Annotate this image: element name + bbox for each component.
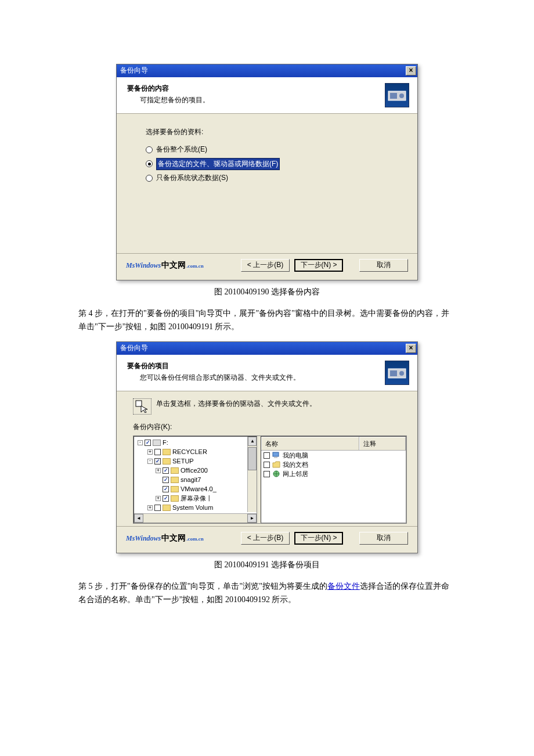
radio-icon [146, 160, 153, 167]
list-header: 名称 注释 [261, 437, 406, 451]
radio-icon [146, 175, 153, 182]
instruction-text: 单击复选框，选择要备份的驱动器、文件夹或文件。 [156, 398, 316, 410]
checkbox-icon[interactable] [163, 486, 169, 492]
checkbox-icon[interactable] [163, 467, 169, 474]
vertical-scrollbar[interactable]: ▲ [247, 437, 257, 512]
paragraph-step-5: 第 5 步，打开"备份保存的位置"向导页，单击"浏览"按钮为将要生成的备份文件选… [78, 579, 456, 606]
watermark-logo: MsWindows中文网.com.cn [126, 258, 204, 272]
scroll-thumb[interactable] [248, 447, 257, 470]
window-title: 备份向导 [120, 65, 406, 77]
folder-icon [163, 458, 171, 465]
header-title: 要备份的内容 [127, 83, 385, 95]
radio-label: 只备份系统状态数据(S) [156, 172, 228, 184]
wizard-body: 单击复选框，选择要备份的驱动器、文件夹或文件。 备份内容(K): - F: [117, 391, 417, 526]
tree-node-drive-f[interactable]: - F: [138, 438, 255, 447]
file-browser: - F: + RECYCLER [133, 435, 407, 524]
wizard-header: 要备份的内容 可指定想备份的项目。 [117, 77, 417, 114]
radio-label: 备份整个系统(E) [156, 144, 207, 156]
tree-node-recycler[interactable]: + RECYCLER [138, 447, 255, 456]
backup-icon [385, 83, 409, 107]
checkbox-icon[interactable] [264, 471, 270, 477]
radio-backup-selected[interactable]: 备份选定的文件、驱动器或网络数据(F) [146, 158, 401, 171]
tree-node-office[interactable]: + Office200 [138, 466, 255, 475]
tree-node-setup[interactable]: - SETUP [138, 456, 255, 466]
wizard-header: 要备份的项目 您可以备份任何组合形式的驱动器、文件夹或文件。 [117, 355, 417, 391]
checkbox-icon[interactable] [163, 495, 169, 502]
radio-label: 备份选定的文件、驱动器或网络数据(F) [156, 158, 280, 171]
documents-icon [272, 461, 280, 468]
checkbox-icon[interactable] [145, 440, 151, 446]
list-item-my-documents[interactable]: 我的文档 [261, 460, 406, 469]
header-subtitle: 您可以备份任何组合形式的驱动器、文件夹或文件。 [127, 372, 385, 384]
next-button[interactable]: 下一步(N) > [294, 532, 343, 545]
expand-icon[interactable]: + [147, 449, 153, 455]
folder-icon [163, 505, 171, 511]
radio-backup-all[interactable]: 备份整个系统(E) [146, 144, 401, 156]
list-item-network-neighborhood[interactable]: 网上邻居 [261, 469, 406, 478]
paragraph-step-4: 第 4 步，在打开的"要备份的项目"向导页中，展开"备份内容"窗格中的目录树。选… [78, 307, 456, 333]
wizard-buttons: MsWindows中文网.com.cn < 上一步(B) 下一步(N) > 取消 [117, 253, 417, 280]
tree-node-snagit[interactable]: snagit7 [138, 475, 255, 484]
tree-pane[interactable]: - F: + RECYCLER [134, 436, 257, 523]
backup-file-link[interactable]: 备份文件 [327, 582, 360, 591]
folder-icon [171, 467, 179, 474]
checkbox-icon[interactable] [154, 505, 161, 511]
checkbox-icon[interactable] [154, 458, 161, 465]
tree-node-sysvol[interactable]: + System Volum [138, 503, 255, 512]
folder-icon [171, 486, 179, 492]
cancel-button[interactable]: 取消 [359, 259, 408, 272]
folder-icon [171, 477, 179, 483]
close-icon[interactable]: × [406, 66, 416, 75]
figure-1: 备份向导 × 要备份的内容 可指定想备份的项目。 选择要备份的资料: 备份整个系… [78, 64, 456, 280]
watermark-logo: MsWindows中文网.com.cn [126, 531, 204, 545]
back-button[interactable]: < 上一步(B) [241, 532, 290, 545]
close-icon[interactable]: × [406, 344, 416, 353]
header-subtitle: 可指定想备份的项目。 [127, 95, 385, 106]
expand-icon[interactable]: + [156, 496, 161, 501]
wizard-body: 选择要备份的资料: 备份整个系统(E) 备份选定的文件、驱动器或网络数据(F) … [117, 114, 417, 253]
next-button[interactable]: 下一步(N) > [294, 259, 343, 272]
radio-backup-system-state[interactable]: 只备份系统状态数据(S) [146, 172, 401, 184]
collapse-icon[interactable]: - [138, 440, 143, 445]
radio-icon [146, 146, 153, 153]
horizontal-scrollbar[interactable]: ◄ ► [134, 513, 257, 523]
dialog-backup-wizard-items: 备份向导 × 要备份的项目 您可以备份任何组合形式的驱动器、文件夹或文件。 单击… [116, 341, 418, 553]
titlebar: 备份向导 × [117, 64, 417, 77]
backup-icon [385, 361, 409, 385]
checkbox-icon[interactable] [163, 477, 169, 483]
checkbox-icon[interactable] [264, 452, 270, 459]
drive-icon [153, 440, 161, 446]
column-name[interactable]: 名称 [261, 437, 359, 450]
svg-rect-8 [274, 457, 277, 458]
prompt-label: 选择要备份的资料: [146, 127, 401, 138]
svg-point-2 [399, 93, 404, 98]
checkbox-icon[interactable] [264, 462, 270, 468]
expand-icon[interactable]: + [156, 468, 161, 473]
checkbox-icon[interactable] [154, 449, 161, 455]
folder-icon [163, 449, 171, 455]
titlebar: 备份向导 × [117, 342, 417, 355]
svg-rect-4 [390, 370, 397, 376]
tree-node-vmware[interactable]: VMware4.0_ [138, 484, 255, 494]
instruction-row: 单击复选框，选择要备份的驱动器、文件夹或文件。 [133, 398, 407, 415]
scroll-up-icon[interactable]: ▲ [248, 437, 257, 446]
folder-icon [171, 495, 179, 502]
header-title: 要备份的项目 [127, 361, 385, 372]
collapse-icon[interactable]: - [147, 459, 153, 464]
svg-rect-7 [273, 452, 279, 456]
scroll-right-icon[interactable]: ► [247, 514, 257, 523]
list-item-my-computer[interactable]: 我的电脑 [261, 451, 406, 460]
window-title: 备份向导 [120, 343, 406, 354]
svg-rect-1 [390, 93, 397, 99]
dialog-backup-wizard-content: 备份向导 × 要备份的内容 可指定想备份的项目。 选择要备份的资料: 备份整个系… [116, 64, 418, 280]
checkbox-cursor-icon [133, 398, 151, 415]
svg-point-5 [399, 371, 404, 376]
tree-node-screenrec[interactable]: + 屏幕录像丨 [138, 494, 255, 503]
scroll-left-icon[interactable]: ◄ [134, 514, 143, 523]
list-pane[interactable]: 名称 注释 我的电脑 我的文档 [261, 436, 406, 523]
back-button[interactable]: < 上一步(B) [241, 259, 290, 272]
column-comment[interactable]: 注释 [359, 437, 406, 450]
cancel-button[interactable]: 取消 [359, 532, 408, 545]
computer-icon [272, 452, 280, 459]
expand-icon[interactable]: + [147, 505, 153, 510]
